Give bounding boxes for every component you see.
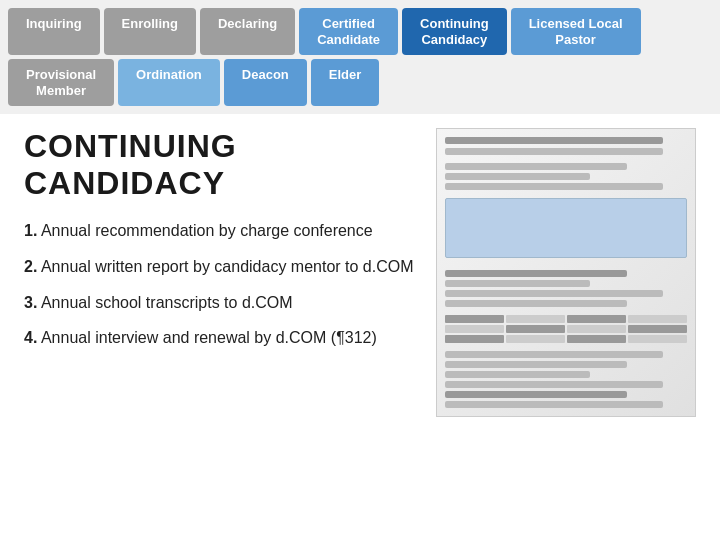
nav-provisional-member[interactable]: Provisional Member xyxy=(8,59,114,106)
list-item-2-body: Annual written report by candidacy mento… xyxy=(41,258,414,275)
list-item-1-num: 1. xyxy=(24,222,37,239)
numbered-list: 1. Annual recommendation by charge confe… xyxy=(24,220,416,348)
doc-cell-9 xyxy=(445,335,504,343)
doc-section-2 xyxy=(445,270,687,307)
list-item-4-num: 4. xyxy=(24,329,37,346)
doc-cell-10 xyxy=(506,335,565,343)
nav-elder[interactable]: Elder xyxy=(311,59,380,106)
left-content: CONTINUING CANDIDACY 1. Annual recommend… xyxy=(24,128,416,417)
nav-certified-candidate[interactable]: Certified Candidate xyxy=(299,8,398,55)
doc-line-9 xyxy=(445,300,627,307)
doc-cell-12 xyxy=(628,335,687,343)
page-container: Inquiring Enrolling Declaring Certified … xyxy=(0,0,720,427)
doc-line-13 xyxy=(445,381,663,388)
doc-line-12 xyxy=(445,371,590,378)
nav-row1: Inquiring Enrolling Declaring Certified … xyxy=(0,0,720,55)
doc-cell-7 xyxy=(567,325,626,333)
list-item-1: 1. Annual recommendation by charge confe… xyxy=(24,220,416,242)
doc-cell-1 xyxy=(445,315,504,323)
doc-line-15 xyxy=(445,401,663,408)
list-item-3: 3. Annual school transcripts to d.COM xyxy=(24,292,416,314)
doc-cell-11 xyxy=(567,335,626,343)
doc-line-14 xyxy=(445,391,627,398)
doc-cell-5 xyxy=(445,325,504,333)
doc-cell-3 xyxy=(567,315,626,323)
nav-deacon[interactable]: Deacon xyxy=(224,59,307,106)
doc-line-11 xyxy=(445,361,627,368)
doc-line-5 xyxy=(445,183,663,190)
doc-section-3 xyxy=(445,351,687,408)
nav-declaring[interactable]: Declaring xyxy=(200,8,295,55)
list-item-3-num: 3. xyxy=(24,294,37,311)
list-item-2: 2. Annual written report by candidacy me… xyxy=(24,256,416,278)
doc-line-2 xyxy=(445,148,663,155)
doc-cell-4 xyxy=(628,315,687,323)
doc-line-8 xyxy=(445,290,663,297)
list-item-2-num: 2. xyxy=(24,258,37,275)
doc-colored-block xyxy=(445,198,687,258)
doc-table xyxy=(445,315,687,343)
doc-section-1 xyxy=(445,163,687,190)
nav-enrolling[interactable]: Enrolling xyxy=(104,8,196,55)
doc-line-10 xyxy=(445,351,663,358)
nav-wrapper: Inquiring Enrolling Declaring Certified … xyxy=(0,0,720,114)
document-image xyxy=(436,128,696,417)
section-title: CONTINUING CANDIDACY xyxy=(24,128,416,202)
doc-inner xyxy=(437,129,695,416)
nav-row2: Provisional Member Ordination Deacon Eld… xyxy=(0,55,720,114)
doc-cell-6 xyxy=(506,325,565,333)
list-item-4-body: Annual interview and renewal by d.COM (¶… xyxy=(41,329,377,346)
doc-line-1 xyxy=(445,137,663,144)
list-item-3-body: Annual school transcripts to d.COM xyxy=(41,294,293,311)
doc-line-7 xyxy=(445,280,590,287)
nav-ordination[interactable]: Ordination xyxy=(118,59,220,106)
doc-line-4 xyxy=(445,173,590,180)
nav-licensed-local-pastor[interactable]: Licensed Local Pastor xyxy=(511,8,641,55)
nav-inquiring[interactable]: Inquiring xyxy=(8,8,100,55)
list-item-1-body: Annual recommendation by charge conferen… xyxy=(41,222,373,239)
doc-cell-2 xyxy=(506,315,565,323)
list-item-4: 4. Annual interview and renewal by d.COM… xyxy=(24,327,416,349)
nav-continuing-candidacy[interactable]: Continuing Candidacy xyxy=(402,8,507,55)
main-content: CONTINUING CANDIDACY 1. Annual recommend… xyxy=(0,114,720,427)
doc-line-3 xyxy=(445,163,627,170)
doc-cell-8 xyxy=(628,325,687,333)
doc-line-6 xyxy=(445,270,627,277)
